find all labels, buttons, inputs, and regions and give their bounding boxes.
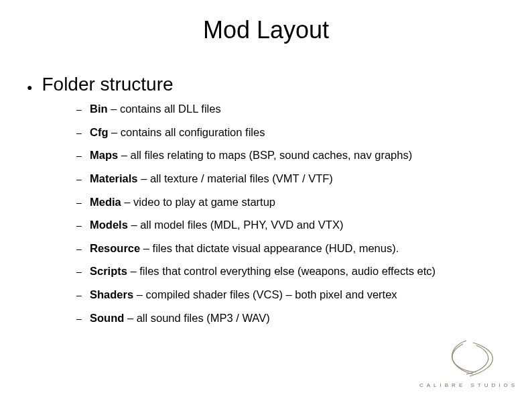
dash-icon: – bbox=[76, 220, 90, 232]
dash-icon: – bbox=[76, 174, 90, 186]
list-item: – Maps – all files relating to maps (BSP… bbox=[76, 148, 512, 162]
dash-icon: – bbox=[76, 266, 90, 278]
dash-icon: – bbox=[76, 243, 90, 255]
list-item: – Resource – files that dictate visual a… bbox=[76, 241, 512, 255]
list-item: – Sound – all sound files (MP3 / WAV) bbox=[76, 311, 512, 325]
slide: Mod Layout ● Folder structure – Bin – co… bbox=[0, 0, 532, 399]
dash-icon: – bbox=[76, 197, 90, 209]
list-item: – Scripts – files that control everythin… bbox=[76, 264, 512, 278]
dash-icon: – bbox=[76, 150, 90, 162]
item-text: Cfg – contains all configuration files bbox=[90, 125, 265, 139]
item-text: Scripts – files that control everything … bbox=[90, 264, 436, 278]
item-text: Shaders – compiled shader files (VCS) – … bbox=[90, 288, 397, 302]
list-item: – Shaders – compiled shader files (VCS) … bbox=[76, 288, 512, 302]
heading-text: Folder structure bbox=[42, 74, 173, 95]
item-text: Models – all model files (MDL, PHY, VVD … bbox=[90, 218, 343, 232]
dash-icon: – bbox=[76, 313, 90, 325]
dash-icon: – bbox=[76, 104, 90, 116]
calibre-studios-logo: CALIBRE STUDIOS bbox=[399, 337, 520, 391]
logo-text: CALIBRE STUDIOS bbox=[419, 382, 518, 388]
item-text: Resource – files that dictate visual app… bbox=[90, 241, 399, 255]
list-item: – Bin – contains all DLL files bbox=[76, 102, 512, 116]
list-item: – Media – video to play at game startup bbox=[76, 195, 512, 209]
item-text: Maps – all files relating to maps (BSP, … bbox=[90, 148, 412, 162]
dash-icon: – bbox=[76, 127, 90, 139]
slide-title: Mod Layout bbox=[0, 16, 532, 44]
folder-list: – Bin – contains all DLL files – Cfg – c… bbox=[76, 102, 512, 325]
list-item: – Materials – all texture / material fil… bbox=[76, 172, 512, 186]
item-text: Sound – all sound files (MP3 / WAV) bbox=[90, 311, 270, 325]
content-area: ● Folder structure – Bin – contains all … bbox=[27, 74, 512, 334]
dash-icon: – bbox=[76, 290, 90, 302]
bullet-icon: ● bbox=[27, 82, 32, 93]
item-text: Materials – all texture / material files… bbox=[90, 172, 333, 186]
list-item: – Models – all model files (MDL, PHY, VV… bbox=[76, 218, 512, 232]
list-item: – Cfg – contains all configuration files bbox=[76, 125, 512, 139]
heading-row: ● Folder structure bbox=[27, 74, 512, 95]
item-text: Bin – contains all DLL files bbox=[90, 102, 221, 116]
item-text: Media – video to play at game startup bbox=[90, 195, 275, 209]
